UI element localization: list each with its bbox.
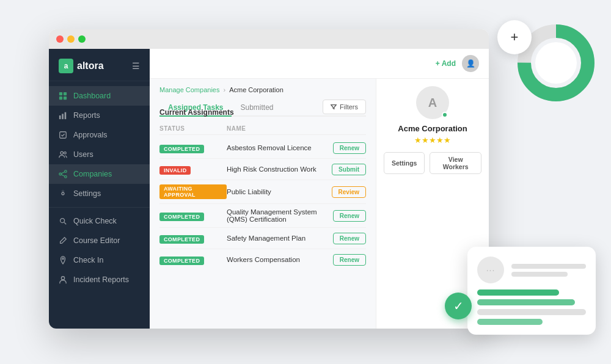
sidebar-item-quick-check[interactable]: Quick Check bbox=[49, 211, 150, 231]
user-icon bbox=[59, 275, 67, 284]
progress-bar bbox=[477, 319, 543, 325]
content-left: Manage Companies › Acme Corporation Assi… bbox=[150, 79, 376, 329]
svg-point-10 bbox=[65, 170, 67, 173]
renew-button[interactable]: Renew bbox=[333, 210, 366, 222]
filter-button[interactable]: Filters bbox=[323, 100, 366, 114]
svg-point-11 bbox=[59, 173, 62, 175]
status-badge: COMPLETED bbox=[159, 257, 204, 265]
table-row: COMPLETED Safety Management Plan Renew bbox=[159, 228, 366, 249]
svg-rect-1 bbox=[64, 92, 67, 95]
renew-button[interactable]: Renew bbox=[333, 254, 366, 266]
sidebar-item-course-editor[interactable]: Course Editor bbox=[49, 231, 150, 250]
filter-icon bbox=[331, 104, 337, 110]
sidebar-item-approvals[interactable]: Approvals bbox=[49, 125, 150, 145]
maximize-dot[interactable] bbox=[78, 35, 86, 43]
sidebar-item-dashboard[interactable]: Dashboard bbox=[49, 86, 150, 106]
table-row: COMPLETED Quality Management System (QMS… bbox=[159, 204, 366, 228]
svg-point-8 bbox=[60, 151, 63, 154]
status-badge: AWAITING APPROVAL bbox=[159, 184, 227, 199]
submit-button[interactable]: Submit bbox=[332, 164, 366, 175]
tab-submitted[interactable]: Submitted bbox=[232, 100, 282, 117]
hamburger-icon[interactable]: ☰ bbox=[132, 61, 140, 71]
row-name: Public Liability bbox=[227, 188, 317, 195]
svg-rect-6 bbox=[65, 112, 67, 119]
row-name: Safety Management Plan bbox=[227, 235, 317, 242]
settings-icon bbox=[59, 189, 67, 198]
close-dot[interactable] bbox=[56, 35, 64, 43]
svg-point-9 bbox=[64, 152, 67, 155]
breadcrumb: Manage Companies › Acme Corporation bbox=[159, 86, 366, 93]
company-name: Acme Corporation bbox=[398, 124, 467, 133]
status-badge: INVALID bbox=[159, 166, 191, 175]
browser-titlebar bbox=[49, 29, 489, 49]
company-rating: ★★★★★ bbox=[414, 136, 451, 145]
table-header: STATUS NAME bbox=[159, 123, 366, 135]
progress-bar bbox=[477, 309, 586, 315]
bar-chart-icon bbox=[59, 111, 67, 120]
table-row: INVALID High Risk Construction Work Subm… bbox=[159, 159, 366, 180]
sidebar-nav: Dashboard Reports Approvals Users bbox=[49, 81, 150, 329]
progress-bar bbox=[477, 299, 575, 305]
main-area: + Add 👤 Manage Companies › Acme Corporat… bbox=[150, 49, 489, 329]
share-icon bbox=[59, 170, 67, 178]
breadcrumb-current: Acme Corporation bbox=[229, 86, 284, 93]
col-name: NAME bbox=[227, 125, 317, 132]
map-pin-icon bbox=[59, 256, 67, 264]
plus-button[interactable]: + bbox=[497, 20, 532, 54]
user-avatar-button[interactable]: 👤 bbox=[462, 55, 479, 72]
status-badge: COMPLETED bbox=[159, 213, 204, 221]
sidebar-logo: a altora ☰ bbox=[49, 49, 150, 81]
assignments-section: Current Assignments STATUS NAME COMPLETE… bbox=[159, 108, 366, 270]
sidebar-item-check-in[interactable]: Check In bbox=[49, 250, 150, 270]
row-name: Workers Compensation bbox=[227, 256, 317, 263]
main-header: + Add 👤 bbox=[150, 49, 489, 79]
renew-button[interactable]: Renew bbox=[333, 142, 366, 154]
row-name: Asbestos Removal Licence bbox=[227, 144, 317, 151]
svg-line-13 bbox=[61, 172, 64, 174]
svg-rect-5 bbox=[62, 114, 64, 119]
company-avatar: A bbox=[416, 86, 449, 119]
row-name: High Risk Construction Work bbox=[227, 166, 317, 173]
table-row: COMPLETED Workers Compensation Renew bbox=[159, 249, 366, 270]
logo-icon: a bbox=[59, 59, 73, 73]
sidebar-item-settings[interactable]: Settings bbox=[49, 184, 150, 203]
svg-rect-0 bbox=[59, 92, 62, 95]
review-button[interactable]: Review bbox=[332, 186, 366, 198]
svg-point-15 bbox=[60, 219, 65, 223]
company-actions: Settings View Workers bbox=[384, 152, 481, 174]
renew-button[interactable]: Renew bbox=[333, 233, 366, 244]
add-button[interactable]: + Add bbox=[436, 59, 456, 68]
minimize-dot[interactable] bbox=[67, 35, 75, 43]
logo: a altora bbox=[59, 59, 104, 73]
sidebar-item-companies[interactable]: Companies bbox=[49, 164, 150, 184]
settings-button[interactable]: Settings bbox=[384, 152, 425, 174]
check-square-icon bbox=[59, 131, 67, 139]
status-badge: COMPLETED bbox=[159, 235, 204, 244]
table-row: COMPLETED Asbestos Removal Licence Renew bbox=[159, 137, 366, 159]
sidebar-item-incident-reports[interactable]: Incident Reports bbox=[49, 270, 150, 289]
card-line bbox=[511, 272, 568, 277]
users-icon bbox=[59, 150, 67, 159]
sidebar-item-reports[interactable]: Reports bbox=[49, 106, 150, 125]
col-status: STATUS bbox=[159, 125, 227, 132]
row-name: Quality Management System (QMS) Certific… bbox=[227, 208, 317, 223]
svg-point-18 bbox=[61, 277, 64, 280]
browser-window: a altora ☰ Dashboard Reports bbox=[49, 29, 489, 329]
company-status-dot bbox=[442, 112, 448, 118]
svg-point-12 bbox=[65, 176, 67, 178]
svg-rect-2 bbox=[59, 96, 62, 100]
sidebar-item-users[interactable]: Users bbox=[49, 145, 150, 164]
breadcrumb-parent[interactable]: Manage Companies bbox=[159, 86, 219, 93]
sidebar: a altora ☰ Dashboard Reports bbox=[49, 49, 150, 329]
svg-line-16 bbox=[64, 222, 66, 224]
search-icon bbox=[59, 217, 67, 225]
svg-point-17 bbox=[62, 258, 64, 260]
view-workers-button[interactable]: View Workers bbox=[430, 152, 481, 174]
status-badge: COMPLETED bbox=[159, 145, 204, 153]
svg-rect-4 bbox=[59, 115, 61, 119]
svg-point-21 bbox=[535, 42, 577, 84]
grid-icon bbox=[59, 92, 67, 100]
progress-bar bbox=[477, 289, 559, 296]
card-line bbox=[511, 264, 586, 269]
svg-line-14 bbox=[61, 175, 64, 177]
